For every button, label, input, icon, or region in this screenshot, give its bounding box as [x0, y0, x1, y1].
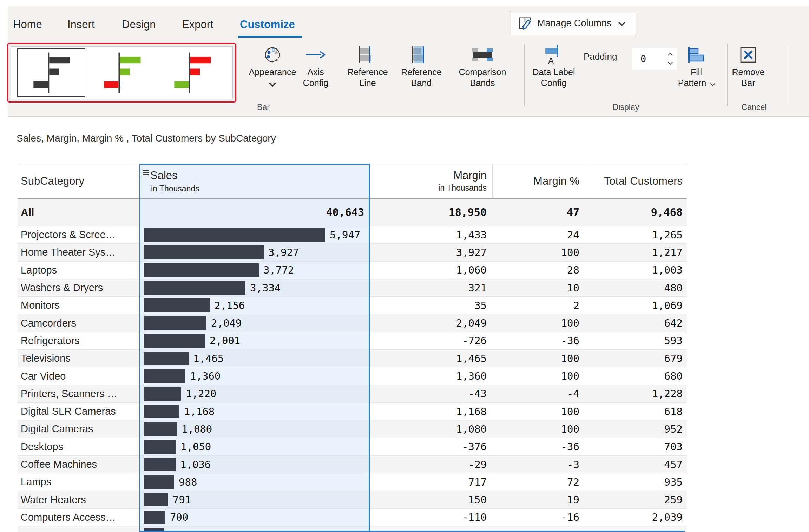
header-subcategory[interactable]: SubCategory [18, 164, 139, 198]
subcategory-cell[interactable]: Monitors [18, 297, 139, 314]
subcategory-cell[interactable]: Laptops [18, 262, 139, 279]
margin-cell[interactable]: 2,049 [370, 314, 492, 331]
margin-cell[interactable]: -29 [370, 456, 492, 473]
margin-cell[interactable]: -43 [370, 385, 492, 402]
total-customers-cell[interactable]: 1,265 [585, 226, 687, 243]
total-customers-cell[interactable]: 680 [585, 367, 687, 385]
subcategory-cell[interactable]: Digital Cameras [18, 420, 139, 438]
subcategory-cell[interactable]: Desktops [18, 438, 139, 455]
subcategory-cell[interactable]: Camcorders [18, 314, 139, 331]
bar-style-red-positive-thumbnail[interactable] [158, 48, 226, 97]
total-customers-cell[interactable]: 1,003 [585, 262, 687, 279]
bar-style-neutral-thumbnail[interactable] [17, 48, 85, 97]
margin-pct-cell[interactable]: -4 [492, 385, 585, 402]
sales-cell[interactable]: 2,001 [139, 332, 370, 349]
sales-cell[interactable]: 1,080 [139, 420, 370, 438]
margin-cell[interactable]: -726 [370, 332, 492, 349]
sales-cell[interactable]: 1,050 [139, 438, 370, 455]
header-sales[interactable]: Sales in Thousands [139, 164, 370, 198]
margin-cell[interactable]: -376 [370, 438, 492, 455]
fill-pattern-button[interactable]: Fill Pattern [670, 43, 723, 88]
sales-cell[interactable]: 3,772 [139, 262, 370, 279]
subcategory-cell[interactable]: Refrigerators [18, 332, 139, 349]
subcategory-cell[interactable]: Washers & Dryers [18, 279, 139, 296]
subcategory-cell[interactable]: Digital SLR Cameras [18, 403, 139, 420]
margin-pct-cell[interactable]: 100 [492, 314, 585, 331]
margin-pct-cell[interactable]: -36 [492, 438, 585, 455]
subcategory-cell[interactable]: Car Video [18, 367, 139, 385]
margin-pct-cell[interactable]: 10 [492, 279, 585, 296]
total-customers-cell[interactable]: 679 [585, 350, 687, 367]
margin-cell[interactable]: 1,433 [370, 226, 492, 243]
subcategory-cell[interactable]: Projectors & Scree… [18, 226, 139, 243]
total-customers-cell[interactable]: 9,468 [585, 199, 687, 226]
sales-cell[interactable]: 3,927 [139, 244, 370, 261]
margin-pct-cell[interactable]: 100 [492, 350, 585, 367]
margin-cell[interactable]: -110 [370, 509, 492, 526]
margin-cell[interactable]: 1,360 [370, 367, 492, 385]
subcategory-cell[interactable]: Lamps [18, 473, 139, 491]
sales-cell[interactable]: 1,465 [139, 350, 370, 367]
margin-pct-cell[interactable]: -16 [492, 509, 585, 526]
tab-customize[interactable]: Customize [240, 18, 295, 31]
total-customers-cell[interactable]: 703 [585, 438, 687, 455]
margin-cell[interactable]: 717 [370, 473, 492, 491]
total-row-label-cell[interactable]: All [18, 199, 139, 226]
subcategory-cell[interactable]: Printers, Scanners … [18, 385, 139, 402]
margin-cell[interactable]: 1,168 [370, 403, 492, 420]
margin-pct-cell[interactable]: 72 [492, 473, 585, 491]
manage-columns-button[interactable]: Manage Columns [511, 12, 636, 35]
sales-cell[interactable]: 791 [139, 491, 370, 508]
total-customers-cell[interactable]: 935 [585, 473, 687, 491]
subcategory-cell[interactable]: Televisions [18, 350, 139, 367]
sales-cell[interactable]: 1,360 [139, 367, 370, 385]
margin-cell[interactable]: 1,080 [370, 420, 492, 438]
axis-config-button[interactable]: Axis Config [293, 43, 338, 88]
tab-design[interactable]: Design [122, 18, 156, 31]
reference-band-button[interactable]: Reference Band [393, 43, 449, 88]
total-customers-cell[interactable]: 1,069 [585, 297, 687, 314]
total-customers-cell[interactable]: 593 [585, 332, 687, 349]
sales-cell[interactable]: 1,168 [139, 403, 370, 420]
subcategory-cell[interactable]: Coffee Machines [18, 456, 139, 473]
sales-cell[interactable]: 1,036 [139, 456, 370, 473]
subcategory-cell[interactable]: Home Theater Sys… [18, 244, 139, 261]
sales-cell[interactable]: 3,334 [139, 279, 370, 296]
header-total-customers[interactable]: Total Customers [585, 164, 687, 198]
margin-cell[interactable]: 321 [370, 279, 492, 296]
margin-cell[interactable]: 3,927 [370, 244, 492, 261]
total-customers-cell[interactable]: 1,228 [585, 385, 687, 402]
total-margin-cell[interactable]: 18,950 [370, 199, 492, 226]
bar-style-green-positive-thumbnail[interactable] [88, 48, 156, 97]
margin-pct-cell[interactable]: 19 [492, 491, 585, 508]
margin-pct-cell[interactable]: -36 [492, 332, 585, 349]
total-customers-cell[interactable]: 642 [585, 314, 687, 331]
total-customers-cell[interactable]: 1,217 [585, 244, 687, 261]
margin-cell[interactable]: 1,465 [370, 350, 492, 367]
margin-cell[interactable]: 35 [370, 297, 492, 314]
column-menu-icon[interactable] [143, 169, 149, 176]
padding-input[interactable] [632, 53, 664, 65]
total-margin-pct-cell[interactable]: 47 [492, 199, 585, 226]
subcategory-cell[interactable]: Water Heaters [18, 491, 139, 508]
margin-pct-cell[interactable]: -3 [492, 456, 585, 473]
total-customers-cell[interactable]: 259 [585, 491, 687, 508]
remove-bar-button[interactable]: Remove Bar [724, 43, 773, 88]
total-customers-cell[interactable]: 457 [585, 456, 687, 473]
margin-cell[interactable]: 1,060 [370, 262, 492, 279]
data-label-config-button[interactable]: A Data Label Config [524, 43, 583, 88]
sales-cell[interactable]: 988 [139, 473, 370, 491]
margin-pct-cell[interactable]: 100 [492, 403, 585, 420]
comparison-bands-button[interactable]: Comparison Bands [452, 43, 513, 88]
margin-pct-cell[interactable]: 2 [492, 297, 585, 314]
sales-cell[interactable]: 700 [139, 509, 370, 526]
sales-cell[interactable]: 5,947 [139, 226, 370, 243]
margin-cell[interactable]: 150 [370, 491, 492, 508]
header-margin[interactable]: Margin in Thousands [370, 164, 492, 198]
total-customers-cell[interactable]: 952 [585, 420, 687, 438]
sales-cell[interactable]: 2,049 [139, 314, 370, 331]
total-customers-cell[interactable]: 618 [585, 403, 687, 420]
margin-pct-cell[interactable]: 100 [492, 367, 585, 385]
sales-cell[interactable]: 1,220 [139, 385, 370, 402]
margin-pct-cell[interactable]: 24 [492, 226, 585, 243]
